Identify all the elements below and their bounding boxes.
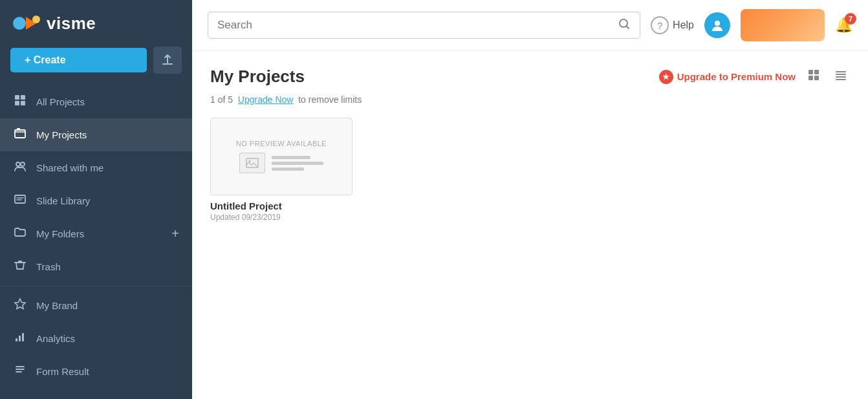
sidebar-nav: All Projects My Projects Shared with me …: [0, 85, 192, 399]
sidebar-item-slide-library[interactable]: Slide Library: [0, 184, 192, 217]
sidebar-item-shared-with-me[interactable]: Shared with me: [0, 151, 192, 184]
content-area: My Projects ★ Upgrade to Premium Now 1 o…: [192, 51, 868, 399]
svg-marker-12: [15, 299, 25, 309]
svg-point-0: [13, 17, 26, 30]
svg-rect-19: [814, 70, 819, 74]
all-projects-icon: [13, 94, 27, 110]
notifications[interactable]: 🔔 7: [835, 17, 852, 34]
thumb-line-1: [272, 156, 310, 159]
svg-rect-7: [15, 130, 25, 138]
upgrade-limit-link[interactable]: Upgrade Now: [238, 94, 294, 105]
projects-grid: NO PREVIEW AVAILABLE Untitled Project Up…: [210, 118, 850, 222]
slide-library-label: Slide Library: [36, 195, 179, 206]
svg-rect-13: [16, 338, 17, 341]
thumbnail-lines: [272, 156, 323, 171]
thumb-line-2: [272, 162, 323, 165]
brand-icon: [13, 297, 27, 314]
view-list-button[interactable]: [832, 67, 850, 86]
my-projects-label: My Projects: [36, 129, 179, 140]
svg-point-9: [16, 162, 20, 166]
blurred-user-area: [741, 9, 825, 41]
shared-with-me-label: Shared with me: [36, 162, 179, 173]
trash-label: Trash: [36, 261, 179, 272]
sidebar-actions: + Create: [0, 47, 192, 85]
create-button[interactable]: + Create: [10, 48, 147, 72]
help-button[interactable]: ? Help: [651, 16, 694, 34]
sidebar: visme + Create All Projects My Projects: [0, 0, 192, 399]
analytics-icon: [13, 330, 27, 347]
content-header-right: ★ Upgrade to Premium Now: [659, 67, 850, 86]
upgrade-label: Upgrade to Premium Now: [677, 71, 796, 82]
list-view-icon: [834, 69, 847, 81]
svg-point-10: [21, 162, 25, 166]
trash-icon: [13, 259, 27, 275]
svg-rect-11: [15, 195, 25, 203]
page-title: My Projects: [210, 67, 305, 87]
folders-icon: [13, 226, 27, 242]
limit-count: 1 of 5: [210, 94, 233, 105]
search-input[interactable]: [217, 19, 613, 32]
shared-icon: [13, 160, 27, 176]
projects-limit-info: 1 of 5 Upgrade Now to remove limits: [210, 94, 850, 105]
my-folders-label: My Folders: [36, 228, 162, 239]
svg-rect-20: [808, 76, 813, 80]
sidebar-item-form-result[interactable]: Form Result: [0, 355, 192, 388]
project-name: Untitled Project: [210, 200, 353, 211]
svg-rect-14: [19, 336, 21, 341]
upload-icon: [160, 53, 175, 67]
project-date: Updated 09/23/2019: [210, 213, 353, 222]
no-preview-label: NO PREVIEW AVAILABLE: [236, 140, 327, 147]
all-projects-label: All Projects: [36, 96, 179, 107]
visme-logo-icon: [13, 12, 41, 35]
sidebar-logo: visme: [0, 0, 192, 47]
svg-rect-4: [21, 95, 25, 100]
svg-rect-3: [15, 95, 19, 100]
form-result-label: Form Result: [36, 366, 179, 377]
header: ? Help 🔔 7: [192, 0, 868, 51]
thumb-line-3: [272, 167, 304, 171]
sidebar-item-my-folders[interactable]: My Folders +: [0, 217, 192, 250]
user-icon: [710, 18, 724, 32]
sidebar-item-trash[interactable]: Trash: [0, 250, 192, 283]
limit-suffix: to remove limits: [298, 94, 362, 105]
thumbnail-image-icon: [239, 153, 265, 173]
main-content: ? Help 🔔 7 My Projects ★ Upgrade to Prem…: [192, 0, 868, 399]
analytics-label: Analytics: [36, 333, 179, 344]
svg-rect-6: [21, 101, 25, 105]
svg-rect-21: [814, 76, 819, 80]
my-projects-icon: [13, 127, 27, 143]
svg-rect-15: [22, 333, 24, 341]
logo-text: visme: [47, 14, 96, 34]
search-box[interactable]: [208, 12, 640, 39]
svg-point-23: [249, 160, 251, 162]
upgrade-button[interactable]: ★ Upgrade to Premium Now: [659, 70, 796, 84]
search-icon: [618, 17, 631, 33]
slide-library-icon: [13, 193, 27, 209]
sidebar-item-my-projects[interactable]: My Projects: [0, 118, 192, 151]
upgrade-star-icon: ★: [659, 70, 673, 84]
help-label: Help: [673, 19, 694, 31]
my-brand-label: My Brand: [36, 300, 179, 311]
svg-point-2: [32, 16, 40, 23]
notification-badge: 7: [845, 13, 856, 25]
form-result-icon: [13, 363, 27, 380]
sidebar-item-analytics[interactable]: Analytics: [0, 322, 192, 355]
view-grid-button[interactable]: [805, 67, 823, 86]
svg-rect-18: [808, 70, 813, 74]
svg-rect-8: [17, 128, 20, 131]
thumbnail-placeholder: [239, 153, 323, 173]
nav-divider: [0, 286, 192, 286]
svg-rect-5: [15, 101, 19, 105]
sidebar-item-my-brand[interactable]: My Brand: [0, 289, 192, 322]
add-folder-icon[interactable]: +: [171, 226, 179, 241]
upload-button[interactable]: [153, 47, 182, 74]
project-thumbnail: NO PREVIEW AVAILABLE: [210, 118, 353, 195]
project-card[interactable]: NO PREVIEW AVAILABLE Untitled Project Up…: [210, 118, 353, 222]
grid-view-icon: [807, 69, 820, 81]
svg-point-17: [715, 21, 720, 26]
sidebar-item-all-projects[interactable]: All Projects: [0, 85, 192, 118]
user-avatar[interactable]: [704, 12, 730, 38]
help-icon: ?: [651, 16, 669, 34]
content-header: My Projects ★ Upgrade to Premium Now: [210, 67, 850, 87]
